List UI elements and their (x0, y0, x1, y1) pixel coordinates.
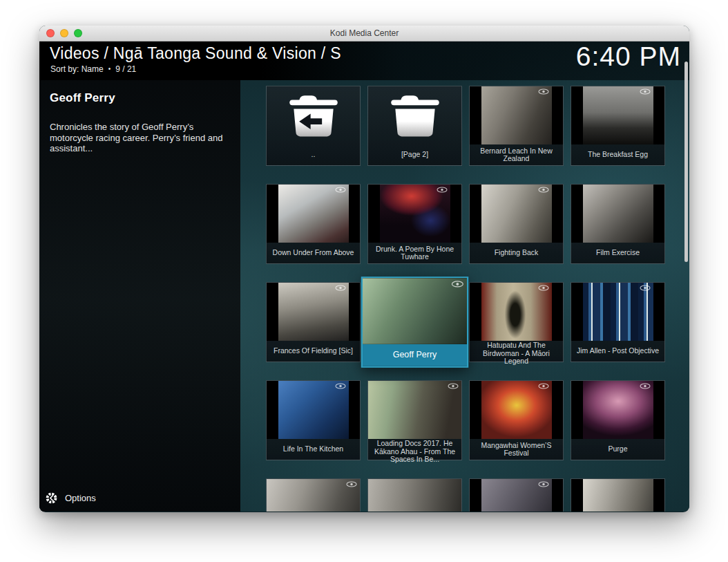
watermark-eye-icon (346, 481, 357, 487)
thumbnail (481, 479, 552, 512)
thumbnail-area (267, 381, 360, 439)
thumbnail-area (571, 479, 664, 512)
options-label: Options (65, 493, 96, 503)
thumbnail-area (470, 86, 563, 144)
sort-by-label[interactable]: Sort by: Name (50, 64, 104, 74)
breadcrumb: Videos / Ngā Taonga Sound & Vision / S (50, 44, 341, 63)
grid-cell[interactable] (367, 478, 462, 512)
grid-cell[interactable]: Film Exercise (571, 184, 665, 264)
thumbnail-area (571, 185, 664, 243)
window-title: Kodi Media Center (330, 28, 399, 38)
grid-cell[interactable]: [Page 2] (367, 86, 462, 166)
watermark-eye-icon (640, 285, 651, 291)
grid-cell[interactable]: Drunk. A Poem By Hone Tuwhare (367, 184, 462, 264)
macos-titlebar[interactable]: Kodi Media Center (39, 26, 689, 41)
kodi-content: Geoff Perry Chronicles the story of Geof… (39, 41, 689, 512)
grid-cell[interactable]: Hatupatu And The Birdwoman - A Māori Leg… (469, 282, 564, 362)
info-panel: Geoff Perry Chronicles the story of Geof… (39, 41, 240, 512)
options-gear-icon (46, 492, 57, 504)
item-label: Down Under From Above (267, 243, 360, 263)
grid-cell[interactable] (571, 478, 665, 512)
thumbnail-area (571, 283, 664, 341)
item-label: The Breakfast Egg (571, 144, 664, 165)
watermark-eye-icon (538, 285, 549, 291)
thumbnail (583, 479, 653, 512)
watermark-eye-icon (451, 281, 463, 288)
grid-cell[interactable]: Life In The Kitchen (266, 380, 361, 460)
grid-cell[interactable]: Purge (571, 380, 665, 460)
watermark-eye-icon (538, 383, 549, 389)
bullet-separator: • (108, 65, 111, 73)
grid-cell[interactable]: Geoff Perry (361, 277, 468, 368)
watermark-eye-icon (335, 383, 346, 389)
grid-cell[interactable]: Down Under From Above (266, 184, 361, 264)
thumbnail (583, 86, 653, 144)
thumbnail (583, 185, 653, 243)
item-label: .. (267, 144, 360, 165)
item-label: Mangawhai Women’S Festival (470, 439, 563, 460)
grid-cell[interactable]: Loading Docs 2017. He Kākano Ahau - From… (367, 380, 462, 460)
folder-icon (386, 93, 444, 138)
watermark-eye-icon (538, 481, 549, 487)
thumbnail (267, 479, 360, 512)
thumbnail (481, 86, 552, 144)
thumbnail (368, 479, 461, 512)
watermark-eye-icon (335, 285, 346, 291)
media-grid: .. [Page 2] (266, 86, 665, 512)
item-label: Loading Docs 2017. He Kākano Ahau - From… (368, 439, 461, 465)
item-label: Geoff Perry (363, 344, 467, 366)
thumbnail (583, 283, 653, 341)
thumbnail (363, 278, 467, 344)
grid-cell[interactable]: Fighting Back (469, 184, 564, 264)
watermark-eye-icon (437, 187, 448, 193)
watermark-eye-icon (538, 88, 549, 95)
item-label: Frances Of Fielding [Sic] (267, 341, 360, 362)
folder-icon (285, 93, 343, 138)
item-label: [Page 2] (368, 144, 461, 165)
header-bar: Videos / Ngā Taonga Sound & Vision / S S… (39, 41, 689, 80)
traffic-lights (46, 29, 82, 37)
thumbnail (380, 185, 450, 243)
thumbnail-area (267, 185, 360, 243)
zoom-window-button[interactable] (74, 29, 82, 37)
grid-cell[interactable] (266, 478, 361, 512)
thumbnail-area (571, 381, 664, 439)
thumbnail (278, 283, 349, 341)
item-label: Fighting Back (470, 243, 563, 263)
item-label: Film Exercise (571, 243, 664, 263)
watermark-eye-icon (448, 383, 459, 389)
thumbnail-area (368, 479, 461, 512)
thumbnail-area (368, 185, 461, 243)
watermark-eye-icon (335, 187, 346, 193)
thumbnail (583, 381, 653, 439)
app-window: Kodi Media Center Geoff Perry Chronicles… (39, 26, 689, 512)
grid-cell[interactable]: Jim Allen - Post Objective (571, 282, 665, 362)
thumbnail-area (267, 479, 360, 512)
item-label: Life In The Kitchen (267, 439, 360, 460)
thumbnail-area (571, 86, 664, 144)
thumbnail-area (470, 479, 563, 512)
grid-cell[interactable]: Frances Of Fielding [Sic] (266, 282, 361, 362)
thumbnail (278, 381, 349, 439)
thumbnail-area (368, 86, 461, 144)
close-window-button[interactable] (46, 29, 55, 37)
thumbnail (368, 381, 461, 439)
thumbnail-area (470, 185, 563, 243)
thumbnail (481, 381, 552, 439)
selected-item-description: Chronicles the story of Geoff Perry’s mo… (50, 122, 231, 154)
minimize-window-button[interactable] (60, 29, 68, 37)
thumbnail-area (470, 381, 563, 439)
thumbnail-area (363, 278, 467, 344)
thumbnail (481, 283, 552, 341)
grid-cell[interactable]: Mangawhai Women’S Festival (469, 380, 564, 460)
watermark-eye-icon (538, 187, 549, 193)
watermark-eye-icon (640, 88, 651, 95)
thumbnail-area (470, 283, 563, 341)
grid-cell[interactable]: .. (266, 86, 361, 166)
grid-cell[interactable]: The Breakfast Egg (571, 86, 665, 166)
vertical-scrollbar[interactable] (684, 62, 688, 262)
grid-cell[interactable] (469, 478, 564, 512)
grid-cell[interactable]: Bernard Leach In New Zealand (469, 86, 564, 166)
sort-status: Sort by: Name • 9 / 21 (50, 64, 136, 74)
options-button[interactable]: Options (46, 492, 96, 504)
